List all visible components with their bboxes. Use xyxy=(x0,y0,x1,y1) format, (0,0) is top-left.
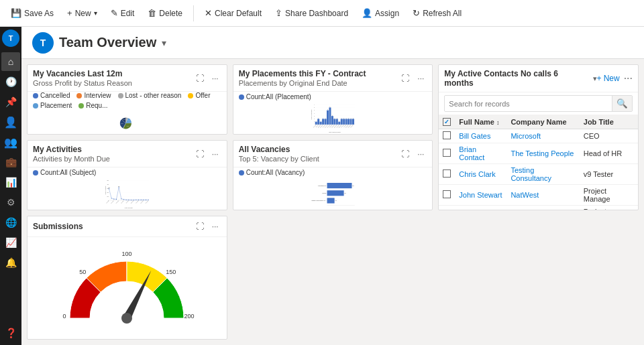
contact-company[interactable]: Microsoft xyxy=(506,129,579,143)
select-all-checkbox[interactable] xyxy=(443,118,451,126)
toolbar: 💾 Save As + New ▾ ✎ Edit 🗑 Delete ✕ Clea… xyxy=(0,0,644,27)
submissions-header: Submissions ⛶ ··· xyxy=(28,216,227,237)
sidebar-item-contacts[interactable]: 👥 xyxy=(1,133,20,151)
active-contacts-more-button[interactable]: ··· xyxy=(624,72,633,84)
search-input[interactable] xyxy=(445,97,612,111)
header-chevron-icon[interactable]: ▾ xyxy=(162,38,166,48)
placements-card-header: My Placements this FY - Contract Placeme… xyxy=(233,65,433,92)
svg-rect-20 xyxy=(315,122,317,125)
svg-text:0: 0 xyxy=(63,313,66,320)
vacancies-actions: ⛶ ··· xyxy=(193,72,221,84)
company-column-header[interactable]: Company Name xyxy=(506,115,579,129)
search-button[interactable]: 🔍 xyxy=(612,96,632,111)
activities-expand-button[interactable]: ⛶ xyxy=(193,148,207,160)
sidebar-item-web[interactable]: 🌐 xyxy=(1,213,20,232)
submissions-actions: ⛶ ··· xyxy=(193,220,221,232)
table-row[interactable]: Brian Contact The Testing People Head of… xyxy=(439,143,638,164)
sidebar-item-notifications[interactable]: 🔔 xyxy=(1,253,20,272)
clear-default-button[interactable]: ✕ Clear Default xyxy=(199,5,267,21)
clear-icon: ✕ xyxy=(205,8,212,18)
submissions-card: Submissions ⛶ ··· 050100150200 xyxy=(27,216,227,340)
svg-point-89 xyxy=(113,199,114,200)
sidebar-item-analytics[interactable]: 📈 xyxy=(1,233,20,252)
legend-item: Offer xyxy=(188,92,210,99)
sidebar-item-work[interactable]: 💼 xyxy=(1,153,20,171)
vacancies-expand-button[interactable]: ⛶ xyxy=(193,72,207,84)
all-vacancies-more-button[interactable]: ··· xyxy=(415,148,427,160)
user-avatar[interactable]: T xyxy=(2,29,19,47)
all-vacancies-subtitle: Top 5: Vacancy by Client xyxy=(239,155,319,163)
row-checkbox[interactable] xyxy=(439,185,455,206)
svg-point-91 xyxy=(116,199,117,200)
delete-button[interactable]: 🗑 Delete xyxy=(142,5,188,21)
placements-more-button[interactable]: ··· xyxy=(415,72,427,84)
svg-text:Dec 2020: Dec 2020 xyxy=(140,200,144,204)
new-icon: + xyxy=(67,8,72,18)
svg-text:1: 1 xyxy=(339,121,339,121)
contact-name[interactable]: Chris Clark xyxy=(455,164,506,185)
sidebar-item-settings[interactable]: ⚙ xyxy=(1,193,20,212)
save-as-button[interactable]: 💾 Save As xyxy=(5,5,59,21)
svg-rect-47 xyxy=(335,119,337,124)
vacancies-title: My Vacancies Last 12m xyxy=(33,69,132,78)
edit-button[interactable]: ✎ Edit xyxy=(105,5,140,21)
vacancies-card: My Vacancies Last 12m Gross Profit by St… xyxy=(27,64,227,135)
svg-text:Oct 2020: Oct 2020 xyxy=(135,200,138,203)
svg-point-104 xyxy=(136,200,136,200)
active-contacts-title: My Active Contacts No calls 6 months xyxy=(444,69,588,88)
row-checkbox[interactable] xyxy=(439,206,455,210)
delete-icon: 🗑 xyxy=(148,8,156,18)
contact-company[interactable]: Farmhouse Trading xyxy=(506,206,579,210)
contact-company[interactable]: The Testing People xyxy=(506,143,579,164)
sidebar-item-home[interactable]: ⌂ xyxy=(1,52,20,71)
contact-name[interactable]: Brian Contact xyxy=(455,143,506,164)
activities-card-header: My Activities Activities by Month Due ⛶ … xyxy=(28,141,227,167)
sidebar-item-reports[interactable]: 📊 xyxy=(1,173,20,192)
submissions-expand-button[interactable]: ⛶ xyxy=(193,220,207,232)
fullname-column-header[interactable]: Full Name ↕ xyxy=(455,115,506,129)
all-vacancies-expand-button[interactable]: ⛶ xyxy=(398,148,412,160)
sidebar-item-recent[interactable]: 🕐 xyxy=(1,72,20,91)
separator-1 xyxy=(193,5,194,21)
share-dashboard-button[interactable]: ⇪ Share Dashboard xyxy=(270,5,354,21)
active-contacts-new-button[interactable]: + New xyxy=(597,74,620,83)
placements-expand-button[interactable]: ⛶ xyxy=(398,72,412,84)
svg-rect-68 xyxy=(352,119,354,124)
svg-text:500: 500 xyxy=(107,180,109,181)
chevron-down-icon: ▾ xyxy=(94,9,97,17)
sidebar-item-profile[interactable]: 👤 xyxy=(1,113,20,131)
sidebar-item-pinned[interactable]: 📌 xyxy=(1,92,20,111)
placements-bar-chart: 12345671Jun 20192Jul 20191Aug 20192Sep 2… xyxy=(237,103,429,133)
table-row[interactable]: Chris Clark Testing Consultancy v9 Teste… xyxy=(439,164,638,185)
table-row[interactable]: John Stewart NatWest Project Manage xyxy=(439,185,638,206)
table-row[interactable]: Bill Gates Microsoft CEO xyxy=(439,129,638,143)
placements-title: My Placements this FY - Contract xyxy=(239,69,366,78)
contact-company[interactable]: Testing Consultancy xyxy=(506,164,579,185)
assign-button[interactable]: 👤 Assign xyxy=(356,5,405,21)
new-button[interactable]: + New ▾ xyxy=(62,5,103,21)
sidebar-item-help[interactable]: ❓ xyxy=(1,324,20,342)
legend-item: Placement xyxy=(33,102,72,109)
svg-rect-65 xyxy=(350,119,352,124)
row-checkbox[interactable] xyxy=(439,143,455,164)
vacancies-more-button[interactable]: ··· xyxy=(209,72,221,84)
legend-color-dot xyxy=(188,93,193,98)
svg-point-85 xyxy=(109,188,109,189)
sidebar: T ⌂ 🕐 📌 👤 👥 💼 📊 ⚙ 🌐 📈 🔔 ❓ xyxy=(0,27,21,345)
svg-rect-62 xyxy=(347,119,350,124)
svg-text:Count:All (Subject): Count:All (Subject) xyxy=(105,186,106,194)
contact-name[interactable]: John Stewart xyxy=(455,185,506,206)
svg-text:6: 6 xyxy=(314,107,315,108)
jobtitle-column-header[interactable]: Job Title xyxy=(580,115,638,129)
active-contacts-card: My Active Contacts No calls 6 months ▾ +… xyxy=(438,64,639,210)
refresh-all-button[interactable]: ↻ Refresh All xyxy=(407,5,467,21)
activities-more-button[interactable]: ··· xyxy=(209,148,221,160)
row-checkbox[interactable] xyxy=(439,129,455,143)
contact-company[interactable]: NatWest xyxy=(506,185,579,206)
contact-name[interactable]: Bill Gates xyxy=(455,129,506,143)
table-row[interactable]: Kirsty Gold Farmhouse Trading Project Ma… xyxy=(439,206,638,210)
submissions-more-button[interactable]: ··· xyxy=(209,220,221,232)
save-icon: 💾 xyxy=(11,8,21,18)
contact-name[interactable]: Kirsty Gold xyxy=(455,206,506,210)
row-checkbox[interactable] xyxy=(439,164,455,185)
